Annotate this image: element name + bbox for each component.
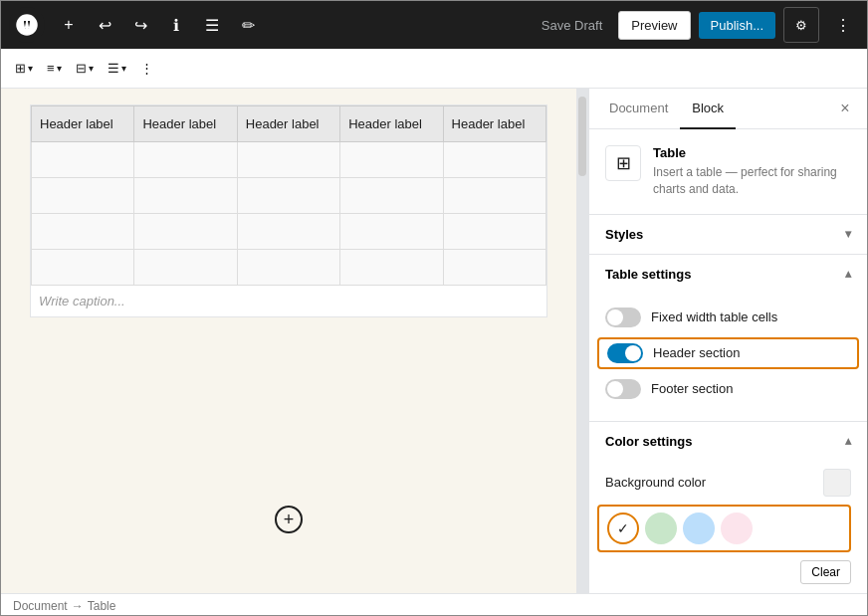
table-cell[interactable] — [32, 214, 134, 250]
settings-button[interactable]: ⚙ — [783, 7, 819, 43]
sidebar: Document Block × ⊞ Table Insert a table … — [588, 89, 867, 593]
publish-button[interactable]: Publish... — [699, 12, 775, 39]
table-settings-header[interactable]: Table settings ▴ — [589, 255, 867, 294]
scrollbar-thumb[interactable] — [578, 97, 586, 176]
table-cell[interactable] — [340, 142, 443, 178]
column-align-icon: ☰ — [108, 61, 119, 76]
block-icon: ⊞ — [605, 145, 641, 181]
block-toolbar: ⊞ ▾ ≡ ▾ ⊟ ▾ ☰ ▾ ⋮ — [1, 49, 867, 89]
table-icon: ⊞ — [15, 61, 26, 76]
table-cell[interactable] — [134, 214, 237, 250]
table-cell[interactable] — [443, 142, 545, 178]
color-swatch-green[interactable] — [645, 513, 677, 544]
tab-document[interactable]: Document — [597, 89, 680, 129]
add-block-button[interactable]: + — [53, 9, 85, 41]
footer-section-toggle[interactable] — [605, 379, 641, 399]
table-cell[interactable] — [443, 214, 545, 250]
main-area: Header label Header label Header label H… — [1, 89, 867, 593]
add-block-inline-button[interactable]: + — [275, 506, 303, 533]
color-settings-header[interactable]: Color settings ▴ — [589, 422, 867, 461]
table-cell[interactable] — [443, 178, 545, 214]
background-color-row: Background color — [605, 469, 851, 497]
chevron-down-icon: ▾ — [28, 63, 33, 74]
align-left-icon: ≡ — [47, 61, 55, 76]
column-align-button[interactable]: ☰ ▾ — [102, 53, 132, 85]
table-cell[interactable] — [32, 250, 134, 286]
table-cell[interactable] — [237, 214, 339, 250]
save-draft-button[interactable]: Save Draft — [534, 14, 610, 37]
table-cell[interactable] — [134, 178, 237, 214]
table-caption[interactable]: Write caption... — [31, 286, 546, 316]
color-swatch-blue[interactable] — [683, 513, 715, 544]
table-settings-section: Table settings ▴ Fixed width table cells… — [589, 255, 867, 422]
table-cell[interactable] — [32, 178, 134, 214]
table-row — [32, 178, 546, 214]
undo-button[interactable]: ↩ — [89, 9, 120, 41]
table-cell[interactable] — [32, 142, 134, 178]
table-header-2[interactable]: Header label — [134, 106, 237, 142]
editor-scrollbar[interactable] — [576, 89, 588, 593]
align-text-button[interactable]: ≡ ▾ — [41, 53, 68, 85]
table-settings-label: Table settings — [605, 267, 691, 282]
table-header-4[interactable]: Header label — [340, 106, 443, 142]
table-type-button[interactable]: ⊞ ▾ — [9, 53, 39, 85]
table-align-button[interactable]: ⊟ ▾ — [70, 53, 100, 85]
table-cell[interactable] — [340, 214, 443, 250]
info-button[interactable]: ℹ — [160, 9, 192, 41]
wp-logo[interactable]: W — [9, 7, 45, 43]
sidebar-close-button[interactable]: × — [831, 95, 859, 122]
table-cell[interactable] — [237, 178, 339, 214]
table-row — [32, 214, 546, 250]
header-section-toggle[interactable] — [607, 343, 643, 363]
table-cell[interactable] — [237, 142, 339, 178]
background-color-box[interactable] — [823, 469, 851, 497]
undo-icon: ↩ — [99, 16, 111, 35]
header-section-row: Header section — [597, 337, 859, 369]
plus-icon: + — [64, 16, 73, 34]
redo-icon: ↪ — [134, 16, 147, 35]
status-document-label: Document — [13, 599, 68, 613]
color-swatch-white[interactable]: ✓ — [607, 513, 639, 544]
footer-section-label: Footer section — [651, 381, 733, 396]
table-cell[interactable] — [134, 250, 237, 286]
table-row — [32, 250, 546, 286]
table-cell[interactable] — [237, 250, 339, 286]
chevron-down-icon: ▾ — [89, 63, 94, 74]
content-table: Header label Header label Header label H… — [31, 105, 546, 286]
color-settings-label: Color settings — [605, 434, 692, 449]
block-name: Table — [653, 145, 851, 160]
tools-button[interactable]: ✏ — [232, 9, 264, 41]
gear-icon: ⚙ — [795, 18, 807, 33]
fixed-width-toggle[interactable] — [605, 308, 641, 327]
color-swatches-container: ✓ — [597, 505, 851, 552]
pencil-icon: ✏ — [242, 16, 255, 35]
info-icon: ℹ — [173, 16, 179, 35]
table-cell[interactable] — [340, 178, 443, 214]
list-view-button[interactable]: ☰ — [196, 9, 228, 41]
fixed-width-label: Fixed width table cells — [651, 309, 777, 324]
table-header-5[interactable]: Header label — [443, 106, 545, 142]
chevron-down-icon: ▾ — [57, 63, 62, 74]
color-swatch-pink[interactable] — [721, 513, 753, 544]
sidebar-content: ⊞ Table Insert a table — perfect for sha… — [589, 129, 867, 593]
top-bar: W + ↩ ↪ ℹ ☰ ✏ Save Draft Preview Publish… — [1, 1, 867, 49]
tab-block[interactable]: Block — [680, 89, 736, 129]
more-toolbar-options-button[interactable]: ⋮ — [134, 53, 159, 85]
clear-button[interactable]: Clear — [800, 560, 851, 584]
preview-button[interactable]: Preview — [618, 11, 690, 40]
table-header-3[interactable]: Header label — [237, 106, 339, 142]
styles-section-header[interactable]: Styles ▾ — [589, 215, 867, 254]
redo-button[interactable]: ↪ — [124, 9, 156, 41]
table-cell[interactable] — [340, 250, 443, 286]
table-header-1[interactable]: Header label — [32, 106, 134, 142]
more-options-button[interactable]: ⋮ — [827, 9, 859, 41]
table-cell[interactable] — [134, 142, 237, 178]
chevron-down-icon: ▾ — [121, 63, 126, 74]
fixed-width-row: Fixed width table cells — [605, 302, 851, 333]
table-cell[interactable] — [443, 250, 545, 286]
background-color-label: Background color — [605, 475, 706, 490]
editor-area: Header label Header label Header label H… — [1, 89, 576, 593]
table-align-icon: ⊟ — [76, 61, 87, 76]
table-block[interactable]: Header label Header label Header label H… — [30, 104, 547, 317]
checkmark-icon: ✓ — [617, 520, 629, 536]
